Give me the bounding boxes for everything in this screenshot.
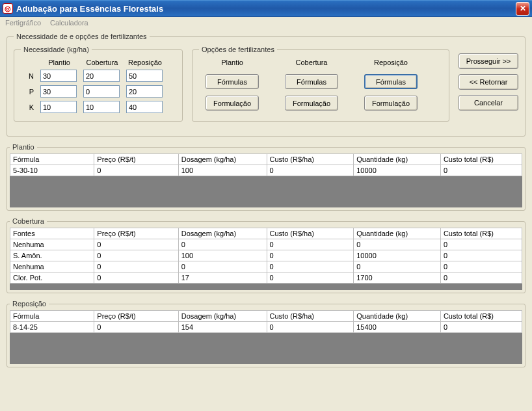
opts-col-plantio: Plantio: [221, 59, 243, 66]
table-cell[interactable]: 15400: [354, 322, 441, 333]
menu-calculadora[interactable]: Calculadora: [50, 19, 88, 27]
th-fontes: Fontes: [10, 228, 94, 239]
need-row-p-label: P: [21, 88, 35, 96]
table-cell[interactable]: 8-14-25: [10, 322, 94, 333]
opts-col-reposicao: Reposição: [374, 59, 408, 66]
need-k-reposicao[interactable]: [126, 101, 163, 113]
fieldset-cobertura: Cobertura Fontes Preço (R$/t) Dosagem (k…: [7, 217, 525, 293]
table-row[interactable]: Clor. Pot.017017000: [10, 272, 522, 284]
table-row[interactable]: S. Amôn.01000100000: [10, 250, 522, 261]
th-dosagem: Dosagem (kg/ha): [178, 311, 267, 322]
need-col-reposicao: Reposição: [126, 59, 164, 66]
need-p-cobertura[interactable]: [83, 85, 120, 98]
table-cell[interactable]: 0: [267, 261, 354, 272]
table-cell[interactable]: 0: [267, 165, 354, 176]
th-custo: Custo (R$/ha): [267, 154, 354, 165]
btn-cobertura-formulas[interactable]: Fórmulas: [285, 74, 338, 89]
grid-empty-area: [10, 333, 522, 364]
side-buttons: Prosseguir >> << Retornar Cancelar: [459, 46, 518, 128]
table-cell[interactable]: 154: [178, 322, 267, 333]
table-cell[interactable]: 0: [354, 261, 441, 272]
btn-cobertura-formulacao[interactable]: Formulação: [285, 96, 338, 111]
btn-plantio-formulas[interactable]: Fórmulas: [206, 74, 259, 89]
opts-col-cobertura: Cobertura: [296, 59, 328, 66]
table-cell[interactable]: 0: [94, 250, 178, 261]
need-p-reposicao[interactable]: [126, 85, 163, 98]
btn-prosseguir[interactable]: Prosseguir >>: [459, 53, 518, 69]
plantio-table: Fórmula Preço (R$/t) Dosagem (kg/ha) Cus…: [10, 153, 522, 176]
need-p-plantio[interactable]: [40, 85, 77, 98]
table-cell[interactable]: 0: [267, 250, 354, 261]
need-n-cobertura[interactable]: [83, 70, 120, 82]
table-cell[interactable]: 10000: [354, 250, 441, 261]
table-cell[interactable]: 0: [94, 239, 178, 250]
btn-reposicao-formulacao[interactable]: Formulação: [364, 96, 418, 111]
table-cell[interactable]: 0: [267, 272, 354, 284]
fieldset-opts: Opções de fertilizantes Plantio Fórmulas…: [192, 46, 449, 122]
cobertura-table: Fontes Preço (R$/t) Dosagem (kg/ha) Cust…: [10, 228, 522, 284]
app-icon: ◎: [3, 3, 13, 14]
th-custo: Custo (R$/ha): [267, 311, 354, 322]
btn-reposicao-formulas[interactable]: Fórmulas: [364, 74, 418, 89]
table-header-row: Fórmula Preço (R$/t) Dosagem (kg/ha) Cus…: [10, 311, 522, 322]
table-header-row: Fontes Preço (R$/t) Dosagem (kg/ha) Cust…: [10, 228, 522, 239]
table-row[interactable]: 5-30-1001000100000: [10, 165, 522, 176]
table-cell[interactable]: 0: [440, 261, 522, 272]
table-cell[interactable]: 0: [94, 272, 178, 284]
titlebar: ◎ Adubação para Essências Florestais ✕: [0, 0, 532, 17]
table-cell[interactable]: 0: [440, 165, 522, 176]
reposicao-table: Fórmula Preço (R$/t) Dosagem (kg/ha) Cus…: [10, 310, 522, 333]
btn-cancelar[interactable]: Cancelar: [459, 95, 518, 111]
th-formula: Fórmula: [10, 311, 94, 322]
table-cell[interactable]: 17: [178, 272, 267, 284]
btn-plantio-formulacao[interactable]: Formulação: [206, 96, 259, 111]
legend-plantio: Plantio: [10, 143, 37, 151]
table-cell[interactable]: Nenhuma: [10, 261, 94, 272]
table-cell[interactable]: 0: [178, 239, 267, 250]
need-k-plantio[interactable]: [40, 101, 77, 113]
table-header-row: Fórmula Preço (R$/t) Dosagem (kg/ha) Cus…: [10, 154, 522, 165]
table-cell[interactable]: 0: [267, 239, 354, 250]
table-cell[interactable]: 0: [440, 322, 522, 333]
table-cell[interactable]: 0: [440, 250, 522, 261]
need-n-reposicao[interactable]: [126, 70, 163, 82]
table-cell[interactable]: 0: [354, 239, 441, 250]
table-cell[interactable]: 0: [267, 322, 354, 333]
table-row[interactable]: Nenhuma00000: [10, 239, 522, 250]
table-cell[interactable]: Nenhuma: [10, 239, 94, 250]
table-cell[interactable]: 0: [178, 261, 267, 272]
close-button[interactable]: ✕: [516, 2, 529, 16]
th-preco: Preço (R$/t): [94, 228, 178, 239]
grid-empty-area: [10, 284, 522, 290]
need-n-plantio[interactable]: [40, 70, 77, 82]
th-dosagem: Dosagem (kg/ha): [178, 228, 267, 239]
th-formula: Fórmula: [10, 154, 94, 165]
table-cell[interactable]: 1700: [354, 272, 441, 284]
need-k-cobertura[interactable]: [83, 101, 120, 113]
th-quantidade: Quantidade (kg): [354, 154, 441, 165]
table-cell[interactable]: 5-30-10: [10, 165, 94, 176]
grid-empty-area: [10, 176, 522, 207]
table-cell[interactable]: S. Amôn.: [10, 250, 94, 261]
table-cell[interactable]: 100: [178, 165, 267, 176]
menu-fertigrafico[interactable]: Fertigráfico: [5, 19, 41, 27]
need-row-n-label: N: [21, 72, 35, 80]
table-cell[interactable]: 0: [94, 322, 178, 333]
table-row[interactable]: Nenhuma00000: [10, 261, 522, 272]
table-cell[interactable]: 0: [94, 165, 178, 176]
th-custo-total: Custo total (R$): [440, 311, 522, 322]
table-cell[interactable]: 0: [94, 261, 178, 272]
legend-opts: Opções de fertilizantes: [199, 46, 277, 53]
table-cell[interactable]: Clor. Pot.: [10, 272, 94, 284]
table-row[interactable]: 8-14-2501540154000: [10, 322, 522, 333]
table-cell[interactable]: 10000: [354, 165, 441, 176]
fieldset-main: Necessidade de e opções de fertilizantes…: [7, 33, 525, 137]
btn-retornar[interactable]: << Retornar: [459, 74, 518, 90]
th-custo-total: Custo total (R$): [440, 228, 522, 239]
fieldset-reposicao: Reposição Fórmula Preço (R$/t) Dosagem (…: [7, 300, 525, 367]
table-cell[interactable]: 0: [440, 239, 522, 250]
need-col-cobertura: Cobertura: [83, 59, 121, 66]
table-cell[interactable]: 0: [440, 272, 522, 284]
th-preco: Preço (R$/t): [94, 311, 178, 322]
table-cell[interactable]: 100: [178, 250, 267, 261]
